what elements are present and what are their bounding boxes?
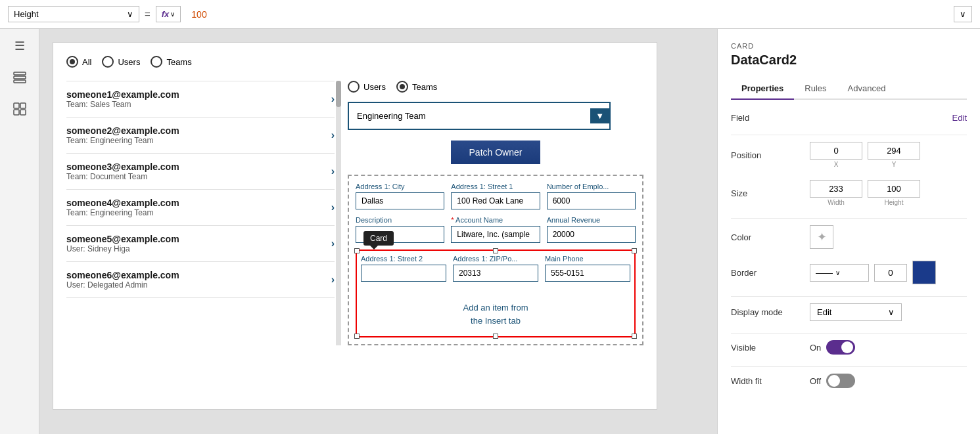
- main-canvas-area: All Users Teams someone1@example.com Tea: [39, 29, 717, 434]
- position-y-input[interactable]: [868, 142, 920, 160]
- border-row: Border —— ∨: [731, 261, 967, 284]
- field-account-name: * Account Name: [451, 216, 540, 243]
- visible-label: Visible: [731, 343, 810, 353]
- radio-teams[interactable]: Teams: [151, 56, 191, 68]
- border-style-select[interactable]: —— ∨: [810, 264, 869, 282]
- field-label: Field: [731, 113, 810, 123]
- address-street1-input[interactable]: [451, 192, 540, 209]
- display-mode-arrow: ∨: [888, 307, 895, 317]
- color-picker-icon: ✦: [817, 230, 827, 244]
- chevron-right-icon: ›: [331, 165, 335, 177]
- formula-value[interactable]: 100: [186, 7, 570, 22]
- main-phone-input[interactable]: [545, 265, 630, 282]
- fx-label: fx: [162, 9, 170, 19]
- teams-radio-group: Users Teams: [348, 81, 643, 93]
- selected-card: Card Address 1: Street 2 Address 1: ZIP/…: [356, 250, 636, 337]
- resize-handle-bl[interactable]: [354, 334, 360, 339]
- size-width-input[interactable]: [810, 180, 862, 198]
- size-height-label: Height: [885, 199, 904, 206]
- visible-toggle[interactable]: [826, 340, 855, 355]
- property-dropdown-arrow: ∨: [127, 9, 133, 19]
- color-row: Color ✦: [731, 225, 967, 249]
- chevron-right-icon: ›: [331, 129, 335, 141]
- properties-panel: CARD DataCard2 Properties Rules Advanced…: [717, 29, 980, 434]
- fx-button[interactable]: fx ∨: [156, 6, 181, 22]
- position-row: Position X Y: [731, 142, 967, 168]
- street2-input[interactable]: [361, 265, 446, 282]
- grid-icon[interactable]: [9, 98, 30, 119]
- tab-advanced[interactable]: Advanced: [837, 78, 897, 98]
- hamburger-icon[interactable]: ☰: [9, 35, 30, 56]
- resize-handle-tl[interactable]: [354, 248, 360, 253]
- size-inputs: Width Height: [810, 180, 920, 206]
- border-width-input[interactable]: [874, 264, 907, 282]
- form-radio-teams[interactable]: Teams: [396, 81, 437, 93]
- color-picker-button[interactable]: ✦: [810, 225, 833, 249]
- patch-owner-button[interactable]: Patch Owner: [451, 141, 541, 164]
- props-tabs: Properties Rules Advanced: [731, 78, 967, 100]
- display-mode-label: Display mode: [731, 307, 810, 317]
- divider: [731, 135, 967, 135]
- list-item[interactable]: someone5@example.com User: Sidney Higa ›: [66, 226, 335, 262]
- radio-teams-label: Teams: [166, 57, 191, 67]
- visible-toggle-container: On: [810, 340, 855, 355]
- team-dropdown[interactable]: Engineering Team ▼: [348, 102, 611, 130]
- field-address-street1: Address 1: Street 1: [451, 183, 540, 209]
- width-fit-state-label: Off: [810, 376, 821, 386]
- form-radio-teams-label: Teams: [412, 82, 437, 92]
- chevron-right-icon: ›: [331, 238, 335, 250]
- formula-dropdown[interactable]: ∨: [954, 6, 972, 22]
- list-item[interactable]: someone3@example.com Team: Document Team…: [66, 154, 335, 190]
- address-city-input[interactable]: [356, 192, 444, 209]
- width-fit-label: Width fit: [731, 376, 810, 386]
- radio-all-circle: [66, 56, 78, 68]
- chevron-right-icon: ›: [331, 202, 335, 213]
- second-fields-row: Address 1: Street 2 Address 1: ZIP/Po...…: [357, 251, 634, 286]
- annual-revenue-input[interactable]: [547, 226, 636, 243]
- account-name-input[interactable]: [451, 226, 540, 243]
- field-street2: Address 1: Street 2: [361, 255, 446, 282]
- border-color-swatch[interactable]: [912, 261, 936, 284]
- position-x-input[interactable]: [810, 142, 862, 160]
- tab-rules[interactable]: Rules: [794, 78, 837, 98]
- resize-handle-t[interactable]: [493, 248, 498, 253]
- position-label: Position: [731, 150, 810, 160]
- edit-link[interactable]: Edit: [952, 113, 967, 123]
- form-radio-users-label: Users: [363, 82, 386, 92]
- position-x-group: X: [810, 142, 862, 168]
- zip-input[interactable]: [453, 265, 538, 282]
- resize-handle-br[interactable]: [632, 334, 637, 339]
- divider: [731, 333, 967, 334]
- fx-chevron: ∨: [170, 11, 175, 18]
- list-item[interactable]: someone1@example.com Team: Sales Team ›: [66, 81, 335, 118]
- field-num-employees: Number of Emplo...: [547, 183, 636, 209]
- num-employees-input[interactable]: [547, 192, 636, 209]
- tab-properties[interactable]: Properties: [731, 78, 794, 100]
- size-height-input[interactable]: [868, 180, 920, 198]
- layers-icon[interactable]: [9, 67, 30, 88]
- size-width-group: Width: [810, 180, 862, 206]
- position-y-group: Y: [868, 142, 920, 168]
- resize-handle-b[interactable]: [493, 334, 498, 339]
- svg-rect-4: [20, 103, 26, 108]
- radio-all[interactable]: All: [66, 56, 91, 68]
- form-radio-users[interactable]: Users: [348, 81, 386, 93]
- width-fit-toggle-thumb: [828, 375, 840, 387]
- scrollbar-track[interactable]: [336, 81, 341, 345]
- equals-sign: =: [145, 9, 151, 20]
- size-label: Size: [731, 188, 810, 198]
- chevron-right-icon: ›: [331, 93, 335, 105]
- position-y-label: Y: [892, 161, 897, 168]
- display-mode-value: Edit: [817, 307, 831, 317]
- scrollbar-thumb[interactable]: [336, 81, 341, 107]
- resize-handle-tr[interactable]: [632, 248, 637, 253]
- insert-placeholder: Add an item fromthe Insert tab: [357, 292, 634, 336]
- list-item[interactable]: someone6@example.com User: Delegated Adm…: [66, 262, 335, 298]
- width-fit-toggle[interactable]: [826, 374, 855, 388]
- list-item[interactable]: someone2@example.com Team: Engineering T…: [66, 118, 335, 154]
- radio-users[interactable]: Users: [102, 56, 140, 68]
- property-selector[interactable]: Height ∨: [8, 6, 139, 22]
- list-item[interactable]: someone4@example.com Team: Engineering T…: [66, 190, 335, 226]
- color-label: Color: [731, 232, 810, 242]
- display-mode-select[interactable]: Edit ∨: [810, 303, 902, 321]
